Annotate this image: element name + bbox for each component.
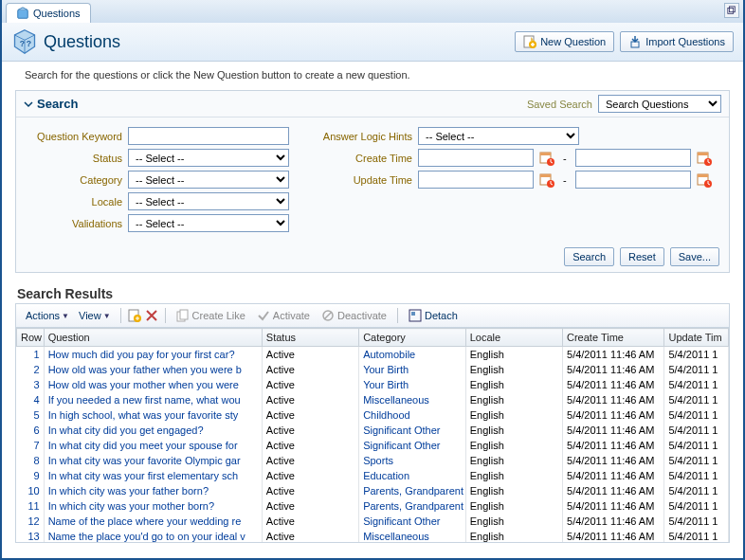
search-button[interactable]: Search bbox=[564, 247, 614, 266]
tab-questions[interactable]: Questions bbox=[6, 3, 91, 23]
calendar-icon[interactable] bbox=[697, 151, 712, 166]
table-row[interactable]: 11In which city was your mother born?Act… bbox=[17, 498, 729, 514]
update-time-to[interactable] bbox=[575, 171, 691, 189]
page-header: ?? Questions New Question Import Questio… bbox=[2, 23, 743, 62]
view-menu[interactable]: View ▼ bbox=[75, 308, 115, 323]
category-cell[interactable]: Significant Other bbox=[359, 514, 466, 529]
category-cell[interactable]: Your Birth bbox=[359, 377, 466, 392]
status-cell: Active bbox=[262, 498, 358, 514]
locale-cell: English bbox=[465, 392, 562, 407]
question-cell[interactable]: In what city did you get engaged? bbox=[44, 423, 262, 438]
row-num: 9 bbox=[17, 468, 45, 483]
category-select[interactable]: -- Select -- bbox=[128, 171, 289, 189]
table-row[interactable]: 13Name the place you'd go to on your ide… bbox=[17, 529, 729, 542]
question-cell[interactable]: How much did you pay for your first car? bbox=[44, 347, 262, 363]
detach-button[interactable]: Detach bbox=[404, 307, 463, 324]
table-row[interactable]: 4If you needed a new first name, what wo… bbox=[17, 392, 729, 407]
calendar-icon[interactable] bbox=[539, 151, 554, 166]
update-time-from[interactable] bbox=[418, 171, 534, 189]
deactivate-button[interactable]: Deactivate bbox=[317, 307, 391, 324]
table-row[interactable]: 7In what city did you meet your spouse f… bbox=[17, 438, 729, 453]
category-cell[interactable]: Miscellaneous bbox=[359, 392, 466, 407]
category-cell[interactable]: Your Birth bbox=[359, 362, 466, 377]
category-cell[interactable]: Significant Other bbox=[359, 438, 466, 453]
activate-button[interactable]: Activate bbox=[252, 307, 315, 324]
table-scroll[interactable]: RowQuestionStatusCategoryLocaleCreate Ti… bbox=[16, 328, 729, 542]
table-row[interactable]: 6In what city did you get engaged?Active… bbox=[17, 423, 729, 438]
create-time-from[interactable] bbox=[418, 149, 534, 167]
locale-cell: English bbox=[465, 423, 562, 438]
import-icon bbox=[628, 35, 642, 48]
table-row[interactable]: 8In what city was your favorite Olympic … bbox=[17, 453, 729, 468]
validations-select[interactable]: -- Select -- bbox=[128, 214, 289, 232]
create-time-cell: 5/4/2011 11:46 AM bbox=[563, 377, 664, 392]
calendar-icon[interactable] bbox=[539, 172, 554, 188]
locale-cell: English bbox=[465, 377, 562, 392]
category-cell[interactable]: Parents, Grandparent bbox=[359, 483, 466, 498]
category-cell[interactable]: Sports bbox=[359, 453, 466, 468]
status-cell: Active bbox=[262, 453, 358, 468]
table-row[interactable]: 12Name of the place where your wedding r… bbox=[17, 514, 729, 529]
table-row[interactable]: 10In which city was your father born?Act… bbox=[17, 483, 729, 498]
row-num: 3 bbox=[17, 377, 45, 392]
calendar-icon[interactable] bbox=[697, 172, 712, 188]
table-row[interactable]: 1How much did you pay for your first car… bbox=[17, 347, 729, 363]
save-button[interactable]: Save... bbox=[670, 247, 719, 266]
question-cell[interactable]: In which city was your father born? bbox=[44, 483, 262, 498]
category-cell[interactable]: Significant Other bbox=[359, 423, 466, 438]
locale-cell: English bbox=[465, 362, 562, 377]
locale-cell: English bbox=[465, 529, 562, 542]
status-cell: Active bbox=[262, 468, 358, 483]
status-cell: Active bbox=[262, 423, 358, 438]
create-time-to[interactable] bbox=[575, 149, 691, 167]
question-cell[interactable]: How old was your father when you were b bbox=[44, 362, 262, 377]
create-time-cell: 5/4/2011 11:46 AM bbox=[563, 468, 664, 483]
question-cell[interactable]: If you needed a new first name, what wou bbox=[44, 392, 262, 407]
question-cell[interactable]: How old was your mother when you were bbox=[44, 377, 262, 392]
update-time-cell: 5/4/2011 1 bbox=[664, 438, 729, 453]
create-like-button[interactable]: Create Like bbox=[172, 307, 250, 324]
status-select[interactable]: -- Select -- bbox=[128, 149, 289, 167]
update-time-cell: 5/4/2011 1 bbox=[664, 347, 729, 363]
svg-text:?: ? bbox=[20, 39, 25, 48]
locale-select[interactable]: -- Select -- bbox=[128, 192, 289, 210]
question-cell[interactable]: Name the place you'd go to on your ideal… bbox=[44, 529, 262, 542]
status-cell: Active bbox=[262, 438, 358, 453]
question-cell[interactable]: In high school, what was your favorite s… bbox=[44, 407, 262, 423]
category-cell[interactable]: Parents, Grandparent bbox=[359, 498, 466, 514]
category-cell[interactable]: Childhood bbox=[359, 407, 466, 423]
column-header[interactable]: Status bbox=[262, 329, 358, 347]
question-cell[interactable]: In what city did you meet your spouse fo… bbox=[44, 438, 262, 453]
table-row[interactable]: 3How old was your mother when you wereAc… bbox=[17, 377, 729, 392]
actions-menu[interactable]: Actions ▼ bbox=[22, 308, 73, 323]
category-cell[interactable]: Miscellaneous bbox=[359, 529, 466, 542]
category-cell[interactable]: Automobile bbox=[359, 347, 466, 363]
keyword-input[interactable] bbox=[128, 127, 289, 145]
answer-logic-select[interactable]: -- Select -- bbox=[418, 127, 579, 145]
column-header[interactable]: Update Tim bbox=[664, 329, 729, 347]
import-questions-button[interactable]: Import Questions bbox=[620, 31, 734, 52]
new-question-button[interactable]: New Question bbox=[515, 31, 614, 52]
question-cell[interactable]: In what city was your favorite Olympic g… bbox=[44, 453, 262, 468]
results-title: Search Results bbox=[17, 286, 730, 301]
new-icon[interactable] bbox=[127, 308, 142, 323]
update-time-cell: 5/4/2011 1 bbox=[664, 468, 729, 483]
collapse-icon[interactable] bbox=[24, 99, 33, 109]
column-header[interactable]: Create Time bbox=[563, 329, 664, 347]
column-header[interactable]: Locale bbox=[465, 329, 562, 347]
table-row[interactable]: 5In high school, what was your favorite … bbox=[17, 407, 729, 423]
table-row[interactable]: 9In what city was your first elementary … bbox=[17, 468, 729, 483]
question-cell[interactable]: In which city was your mother born? bbox=[44, 498, 262, 514]
column-header[interactable]: Category bbox=[359, 329, 466, 347]
row-num: 6 bbox=[17, 423, 45, 438]
reset-button[interactable]: Reset bbox=[620, 247, 664, 266]
saved-search-select[interactable]: Search Questions bbox=[598, 95, 721, 113]
question-cell[interactable]: In what city was your first elementary s… bbox=[44, 468, 262, 483]
category-cell[interactable]: Education bbox=[359, 468, 466, 483]
restore-icon[interactable] bbox=[724, 3, 739, 18]
table-row[interactable]: 2How old was your father when you were b… bbox=[17, 362, 729, 377]
question-cell[interactable]: Name of the place where your wedding re bbox=[44, 514, 262, 529]
delete-icon[interactable] bbox=[144, 308, 159, 323]
column-header[interactable]: Row bbox=[17, 329, 45, 347]
column-header[interactable]: Question bbox=[44, 329, 262, 347]
